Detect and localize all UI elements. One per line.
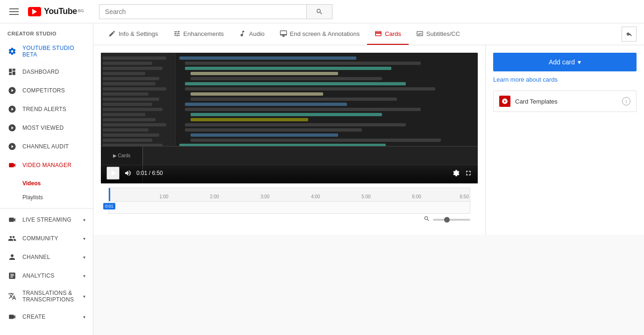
- video-manager-icon: [7, 161, 17, 170]
- add-card-button[interactable]: Add card ▾: [493, 53, 637, 71]
- sidebar-item-label-channel-audit: CHANNEL AUDIT: [22, 143, 69, 150]
- volume-icon: [124, 169, 132, 177]
- trend-alerts-icon: [7, 105, 17, 114]
- search-input[interactable]: [99, 4, 306, 19]
- volume-button[interactable]: [124, 169, 132, 177]
- youtube-logo-sub: BG: [78, 8, 84, 13]
- sidebar-item-create[interactable]: CREATE ▾: [0, 307, 93, 326]
- sidebar-item-most-viewed[interactable]: MOST VIEWED: [0, 119, 93, 137]
- fullscreen-button[interactable]: [465, 169, 472, 177]
- cards-icon: [375, 30, 382, 37]
- sidebar-item-live-streaming[interactable]: LIVE STREAMING ▾: [0, 210, 93, 229]
- desktop-icon: [280, 30, 287, 37]
- chevron-down-icon-translations: ▾: [83, 294, 85, 299]
- sidebar-item-channel-audit[interactable]: CHANNEL AUDIT: [0, 137, 93, 156]
- sidebar-sub-item-playlists[interactable]: Playlists: [0, 190, 93, 204]
- sidebar-sub-video-manager: Videos Playlists: [0, 174, 93, 206]
- youtube-logo[interactable]: YouTube BG: [28, 7, 84, 16]
- zoom-slider-thumb: [444, 217, 450, 223]
- sidebar-item-label-create: CREATE: [22, 314, 46, 320]
- live-streaming-icon: [7, 215, 17, 224]
- sidebar-item-label-dashboard: DASHBOARD: [22, 69, 59, 75]
- video-controls: 0:01 / 6:50: [101, 163, 478, 183]
- sidebar-item-trend-alerts[interactable]: TREND ALERTS: [0, 100, 93, 119]
- add-card-dropdown-icon: ▾: [578, 58, 581, 66]
- tab-enhancements[interactable]: Enhancements: [166, 23, 232, 45]
- music-icon: [239, 30, 246, 37]
- reply-icon: [625, 30, 633, 38]
- sidebar-item-label-translations: TRANSLATIONS & TRANSCRIPTIONS: [22, 290, 78, 303]
- video-track-area: ▶ Cards: [101, 146, 478, 165]
- play-button[interactable]: [106, 167, 120, 180]
- sidebar-item-dashboard[interactable]: DASHBOARD: [0, 63, 93, 81]
- tab-info-settings[interactable]: Info & Settings: [101, 23, 166, 45]
- hamburger-menu[interactable]: [6, 5, 22, 19]
- card-templates-icon: [499, 96, 510, 107]
- tab-audio[interactable]: Audio: [231, 23, 272, 45]
- timeline-playhead-label: 0:01: [103, 203, 115, 209]
- youtube-logo-icon: [28, 7, 41, 16]
- card-templates-label: Card Templates: [515, 98, 622, 105]
- tab-subtitles[interactable]: Subtitles/CC: [409, 23, 467, 45]
- zoom-slider[interactable]: [433, 219, 470, 221]
- sidebar-item-competitors[interactable]: COMPETITORS: [0, 81, 93, 100]
- settings-button[interactable]: [453, 169, 460, 177]
- tab-enhancements-label: Enhancements: [184, 30, 224, 37]
- tab-cards[interactable]: Cards: [367, 23, 409, 45]
- sidebar-item-channel[interactable]: CHANNEL ▾: [0, 248, 93, 266]
- editor-container: Info & Settings Enhancements Audio End s…: [93, 23, 644, 235]
- community-icon: [7, 234, 17, 243]
- timeline-marker-2: 2:00: [210, 194, 219, 199]
- sidebar-item-translations[interactable]: TRANSLATIONS & TRANSCRIPTIONS ▾: [0, 285, 93, 307]
- sidebar-item-video-manager[interactable]: VIDEO MANAGER: [0, 156, 93, 174]
- video-section: ▶ Cards: [93, 45, 485, 235]
- sidebar-item-label-community: COMMUNITY: [22, 235, 58, 242]
- tab-end-screen[interactable]: End screen & Annotations: [272, 23, 368, 45]
- play-icon-ct: [502, 98, 508, 105]
- timeline-marker-end: 6:50: [460, 194, 469, 199]
- dashboard-icon: [7, 67, 17, 77]
- learn-more-link[interactable]: Learn more about cards: [493, 76, 637, 83]
- sidebar-item-community[interactable]: COMMUNITY ▾: [0, 229, 93, 248]
- competitors-icon: [7, 86, 17, 95]
- create-left: CREATE: [7, 312, 46, 321]
- tabs-bar: Info & Settings Enhancements Audio End s…: [93, 23, 644, 45]
- add-card-label: Add card: [549, 58, 575, 66]
- timeline-marker-3: 3:00: [261, 194, 269, 199]
- subtitles-icon: [416, 30, 424, 37]
- top-bar: YouTube BG: [0, 0, 644, 23]
- editor-body: ▶ Cards: [93, 45, 644, 235]
- sidebar-divider-1: [0, 208, 93, 209]
- tab-cards-label: Cards: [385, 30, 401, 37]
- sidebar-item-youtube-studio-beta[interactable]: YOUTUBE STUDIO BETA: [0, 40, 93, 63]
- search-button[interactable]: [306, 4, 333, 19]
- sidebar: CREATOR STUDIO YOUTUBE STUDIO BETA DASHB…: [0, 23, 93, 335]
- settings-icon: [453, 169, 460, 177]
- card-templates-info-button[interactable]: i: [622, 97, 630, 105]
- videocam-icon: [7, 312, 17, 321]
- card-templates-row[interactable]: Card Templates i: [493, 91, 637, 112]
- youtube-logo-text: YouTube: [44, 7, 77, 16]
- main-layout: CREATOR STUDIO YOUTUBE STUDIO BETA DASHB…: [0, 23, 644, 335]
- timeline-track[interactable]: [108, 202, 470, 214]
- sidebar-item-analytics[interactable]: ANALYTICS ▾: [0, 266, 93, 285]
- video-track-content: [143, 147, 478, 165]
- analytics-icon: [7, 271, 17, 280]
- sidebar-sub-item-videos[interactable]: Videos: [0, 176, 93, 190]
- tab-audio-label: Audio: [249, 30, 264, 37]
- play-icon: [108, 168, 118, 178]
- tab-end-screen-label: End screen & Annotations: [290, 30, 360, 37]
- current-time: 0:01: [136, 170, 147, 176]
- card-panel: Add card ▾ Learn more about cards Card T…: [485, 45, 644, 235]
- timeline-wrapper: 0:01 1:00 2:00 3:00 4:00 5:00 6:00 6:50: [108, 188, 470, 214]
- sidebar-item-label-analytics: ANALYTICS: [22, 272, 55, 279]
- sidebar-header: CREATOR STUDIO: [0, 23, 93, 40]
- sidebar-item-label-live-streaming: LIVE STREAMING: [22, 216, 71, 223]
- timeline-ruler: 0:01 1:00 2:00 3:00 4:00 5:00 6:00 6:50: [108, 188, 470, 202]
- sidebar-item-label-trend-alerts: TREND ALERTS: [22, 106, 66, 112]
- time-display: 0:01 / 6:50: [136, 170, 163, 176]
- sidebar-item-label-studio-beta: YOUTUBE STUDIO BETA: [22, 45, 85, 58]
- timeline-playhead: 0:01: [109, 188, 110, 201]
- chevron-down-icon-analytics: ▾: [83, 273, 85, 279]
- back-button[interactable]: [622, 27, 637, 42]
